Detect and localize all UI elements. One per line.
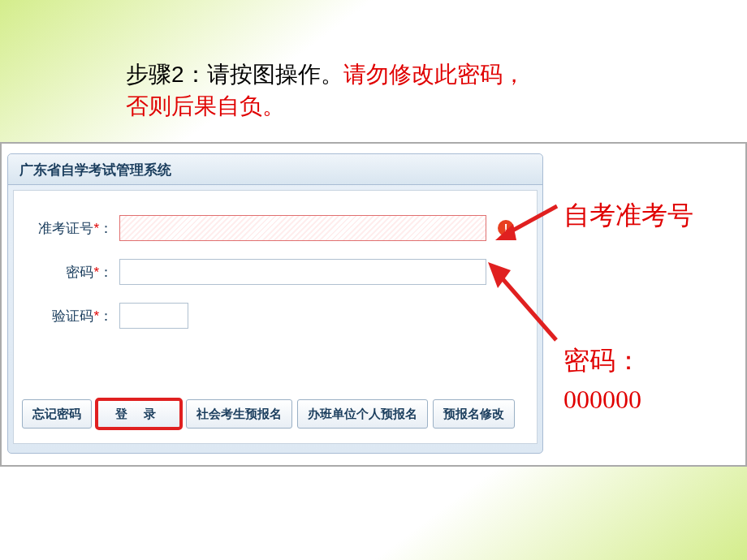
annotation-password: 密码： 000000	[563, 341, 641, 419]
error-icon: !	[498, 220, 514, 236]
panel-body: 准考证号*： ! 密码*： 验证码*： 忘记密码 登 录 社会	[13, 190, 538, 444]
annotation-password-label: 密码：	[563, 346, 641, 375]
social-register-button[interactable]: 社会考生预报名	[186, 399, 292, 429]
forgot-password-button[interactable]: 忘记密码	[22, 399, 92, 429]
label-password: 密码*：	[28, 263, 119, 282]
unit-register-button[interactable]: 办班单位个人预报名	[297, 399, 428, 429]
button-row: 忘记密码 登 录 社会考生预报名 办班单位个人预报名 预报名修改	[22, 399, 515, 429]
annotation-exam-id: 自考准考号	[563, 198, 693, 234]
label-captcha: 验证码*：	[28, 307, 119, 325]
input-captcha[interactable]	[119, 303, 188, 329]
row-captcha: 验证码*：	[28, 303, 522, 329]
row-password: 密码*：	[28, 259, 522, 285]
panel-title: 广东省自学考试管理系统	[8, 154, 542, 185]
instruction-text-red-2: 否则后果自负。	[126, 93, 285, 118]
step-instruction: 步骤2：请按图操作。请勿修改此密码， 否则后果自负。	[126, 58, 525, 122]
instruction-text-red-1: 请勿修改此密码，	[343, 62, 525, 87]
instruction-text-black: 步骤2：请按图操作。	[126, 62, 343, 87]
row-exam-id: 准考证号*： !	[28, 215, 522, 241]
label-exam-id: 准考证号*：	[28, 219, 119, 238]
input-password[interactable]	[119, 259, 486, 285]
login-panel: 广东省自学考试管理系统 准考证号*： ! 密码*： 验证码*：	[7, 153, 543, 454]
modify-register-button[interactable]: 预报名修改	[433, 399, 515, 429]
input-exam-id[interactable]	[119, 215, 486, 241]
login-button[interactable]: 登 录	[97, 399, 181, 429]
annotation-password-value: 000000	[563, 385, 641, 414]
